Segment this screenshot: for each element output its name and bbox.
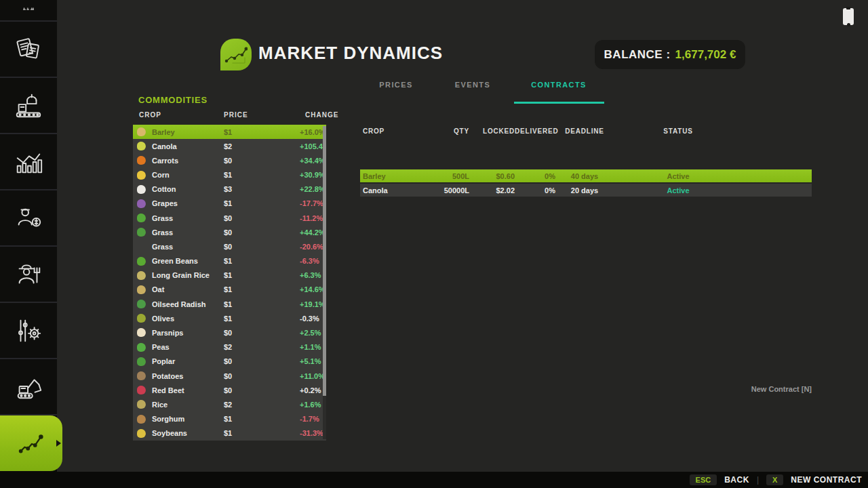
tab[interactable]: PRICES bbox=[379, 81, 412, 89]
contract-delivered: 0% bbox=[515, 172, 555, 180]
commodity-row[interactable]: Soybeans $1 -31.3% bbox=[133, 426, 326, 441]
commodity-row[interactable]: Rice $2 +1.6% bbox=[133, 397, 326, 411]
contracts-column-header: DELIVERED bbox=[515, 127, 555, 135]
crop-icon bbox=[137, 171, 146, 180]
contract-deadline: 20 days bbox=[555, 186, 614, 195]
sidebar-item-clipped[interactable] bbox=[0, 0, 57, 22]
commodity-row[interactable]: Green Beans $1 -6.3% bbox=[133, 254, 326, 268]
statistics-bars-icon bbox=[13, 146, 44, 178]
settings-sliders-gear-icon bbox=[13, 315, 44, 346]
commodity-row[interactable]: Potatoes $0 +11.0% bbox=[133, 369, 326, 383]
crop-name: Green Beans bbox=[152, 257, 224, 265]
contract-locked-price: $0.60 bbox=[469, 172, 515, 180]
contract-crop: Barley bbox=[360, 172, 438, 180]
sidebar-item-papers[interactable] bbox=[0, 22, 57, 78]
commodity-row[interactable]: Grass $0 -20.6% bbox=[133, 239, 326, 253]
crop-change: -1.7% bbox=[300, 415, 319, 423]
sidebar-item-sales[interactable] bbox=[0, 190, 57, 247]
commodity-row[interactable]: Olives $1 -0.3% bbox=[133, 311, 326, 325]
crop-price: $1 bbox=[224, 415, 300, 423]
crop-price: $0 bbox=[224, 228, 300, 237]
tab[interactable]: EVENTS bbox=[455, 81, 490, 89]
contract-row[interactable]: Canola 50000L $2.02 0% 20 days Active bbox=[360, 184, 812, 197]
sidebar-item-construction[interactable] bbox=[0, 359, 57, 415]
crop-price: $1 bbox=[224, 128, 300, 136]
commodity-row[interactable]: Parsnips $0 +2.5% bbox=[133, 325, 326, 340]
sidebar-item-market-dynamics[interactable] bbox=[0, 415, 62, 471]
crop-price: $0 bbox=[224, 157, 300, 165]
commodity-row[interactable]: Poplar $0 +5.1% bbox=[133, 354, 326, 369]
crop-price: $1 bbox=[224, 257, 300, 265]
sidebar-item-farm-management[interactable] bbox=[0, 247, 57, 303]
sidebar-item-production[interactable] bbox=[0, 78, 57, 134]
crop-price: $0 bbox=[224, 214, 300, 222]
commodities-scrollbar-thumb[interactable] bbox=[323, 126, 326, 396]
crop-icon bbox=[137, 127, 146, 136]
commodity-row[interactable]: Corn $1 +30.9% bbox=[133, 168, 326, 182]
contract-locked-price: $2.02 bbox=[469, 186, 515, 195]
contracts-column-header: DEADLINE bbox=[555, 127, 614, 135]
contract-row[interactable]: Barley 500L $0.60 0% 40 days Active bbox=[360, 169, 812, 182]
crop-change: +22.8% bbox=[300, 185, 326, 193]
balance-pill: BALANCE : 1,677,702 € bbox=[595, 40, 745, 69]
tab[interactable]: CONTRACTS bbox=[531, 81, 587, 89]
contract-qty: 500L bbox=[438, 172, 469, 180]
commodity-row[interactable]: Peas $2 +1.1% bbox=[133, 340, 326, 354]
crop-icon bbox=[137, 285, 146, 294]
commodity-row[interactable]: Long Grain Rice $1 +6.3% bbox=[133, 268, 326, 283]
crop-icon bbox=[137, 142, 146, 150]
page-title: MARKET DYNAMICS bbox=[258, 43, 443, 64]
crop-change: +30.9% bbox=[300, 171, 326, 179]
footer-separator: | bbox=[757, 475, 759, 485]
crop-name: Soybeans bbox=[152, 429, 224, 437]
contracts-column-header: STATUS bbox=[614, 127, 743, 135]
commodity-row[interactable]: Oilseed Radish $1 +19.1% bbox=[133, 297, 326, 311]
commodities-column-header: CHANGE bbox=[305, 111, 338, 119]
new-contract-button[interactable]: NEW CONTRACT bbox=[791, 475, 862, 485]
crop-icon bbox=[137, 371, 146, 380]
crop-icon bbox=[137, 214, 146, 222]
sidebar-item-settings[interactable] bbox=[0, 303, 57, 359]
crop-icon bbox=[137, 343, 146, 352]
x-key-badge[interactable]: X bbox=[766, 474, 783, 485]
new-contract-hint[interactable]: New Contract [N] bbox=[360, 385, 812, 393]
commodity-row[interactable]: Oat $1 +14.6% bbox=[133, 283, 326, 297]
crop-name: Corn bbox=[152, 171, 224, 179]
commodity-row[interactable]: Carrots $0 +34.4% bbox=[133, 153, 326, 167]
crop-change: -6.3% bbox=[300, 257, 319, 265]
crop-change: +14.6% bbox=[300, 285, 326, 293]
commodity-row[interactable]: Grass $0 -11.2% bbox=[133, 211, 326, 225]
crop-change: +5.1% bbox=[300, 357, 321, 365]
crop-change: -0.3% bbox=[300, 314, 319, 323]
commodity-row[interactable]: Grass $0 +44.2% bbox=[133, 225, 326, 239]
commodity-row[interactable]: Red Beet $0 +0.2% bbox=[133, 383, 326, 397]
commodities-list: Barley $1 +16.0% Canola $2 +105.4% Carro… bbox=[133, 125, 326, 441]
market-dynamics-logo bbox=[220, 39, 252, 70]
crop-icon bbox=[137, 357, 146, 366]
crop-price: $1 bbox=[224, 314, 300, 323]
back-button[interactable]: BACK bbox=[724, 475, 749, 485]
commodity-row[interactable]: Barley $1 +16.0% bbox=[133, 125, 326, 139]
excavator-icon bbox=[13, 371, 44, 403]
crop-name: Sorghum bbox=[152, 415, 224, 423]
balance-label: BALANCE : bbox=[604, 48, 671, 62]
commodity-row[interactable]: Cotton $3 +22.8% bbox=[133, 182, 326, 197]
commodity-row[interactable]: Grapes $1 -17.7% bbox=[133, 197, 326, 211]
contract-status: Active bbox=[614, 172, 743, 180]
crop-price: $3 bbox=[224, 185, 300, 193]
crop-price: $0 bbox=[224, 243, 300, 251]
commodity-row[interactable]: Canola $2 +105.4% bbox=[133, 139, 326, 153]
crop-name: Barley bbox=[152, 128, 224, 136]
crop-name: Cotton bbox=[152, 185, 224, 193]
crop-price: $1 bbox=[224, 171, 300, 179]
crop-name: Rice bbox=[152, 401, 224, 409]
sidebar-item-statistics[interactable] bbox=[0, 134, 57, 190]
crop-price: $0 bbox=[224, 386, 300, 394]
crop-price: $0 bbox=[224, 329, 300, 337]
esc-key-badge[interactable]: ESC bbox=[690, 474, 717, 485]
commodity-row[interactable]: Sorghum $1 -1.7% bbox=[133, 411, 326, 426]
contracts-list: Barley 500L $0.60 0% 40 days Active Cano… bbox=[360, 169, 812, 198]
active-tab-underline bbox=[514, 102, 604, 104]
crop-icon bbox=[137, 386, 146, 394]
market-dynamics-screen: MARKET DYNAMICS BALANCE : 1,677,702 € PR… bbox=[0, 0, 868, 488]
